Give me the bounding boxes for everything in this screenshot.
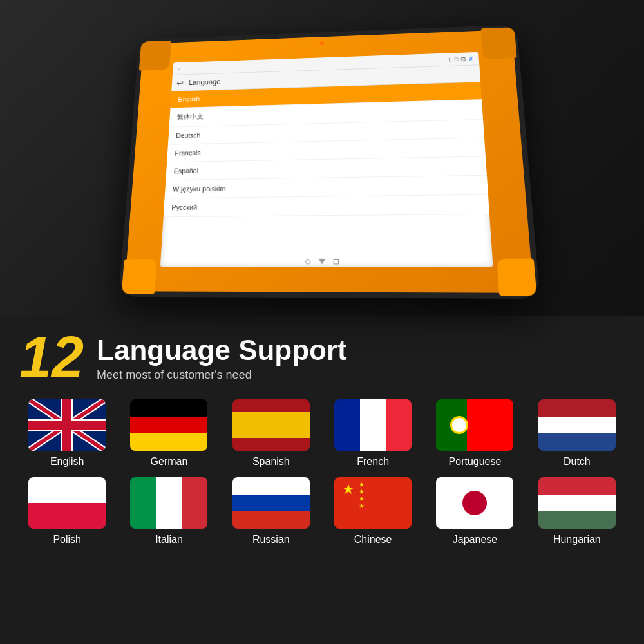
label-portuguese: Portuguese <box>449 456 502 468</box>
spanish-stripe-red2 <box>232 438 310 451</box>
icon-save: ⊡ <box>460 56 466 62</box>
italian-stripe-green <box>130 477 156 529</box>
china-small-stars: ★★★★ <box>359 481 365 509</box>
section-subtitle: Meet most of customer's need <box>97 368 347 382</box>
hungarian-stripe-white <box>538 495 616 512</box>
flag-english <box>28 399 106 451</box>
dutch-stripe-blue <box>538 433 616 451</box>
lang-item-russian[interactable]: Русский <box>164 195 489 218</box>
italian-stripe-red <box>182 477 207 529</box>
polish-stripe-white <box>28 477 106 503</box>
lang-cell-dutch: Dutch <box>529 399 625 468</box>
flag-hungarian <box>538 477 616 529</box>
top-section: ○ L □ ⊡ ✗ ↩ Language English 繁体中文 <box>0 0 644 316</box>
bumper-tl <box>139 41 171 71</box>
bumper-bl <box>122 259 157 294</box>
flag-italian <box>130 477 207 529</box>
label-hungarian: Hungarian <box>553 534 601 545</box>
language-grid: English German Spanish <box>19 399 625 545</box>
lang-cell-french: French <box>325 399 421 468</box>
bumper-tr <box>481 27 517 59</box>
hungarian-stripe-green <box>538 511 616 529</box>
language-count: 12 <box>19 328 84 386</box>
spanish-stripe-red1 <box>232 399 310 412</box>
label-german: German <box>151 456 188 468</box>
dutch-stripe-red <box>538 399 616 417</box>
polish-stripe-red <box>28 503 106 529</box>
title-block: Language Support Meet most of customer's… <box>97 328 347 382</box>
french-stripe-white <box>360 399 386 451</box>
back-arrow-icon[interactable]: ↩ <box>176 78 184 88</box>
label-polish: Polish <box>53 534 81 545</box>
german-stripe-black <box>130 399 207 417</box>
flag-polish <box>28 477 106 529</box>
label-chinese: Chinese <box>354 534 392 545</box>
bottom-section: 12 Language Support Meet most of custome… <box>0 316 644 644</box>
label-spanish: Spanish <box>252 456 290 468</box>
app-bar-title: Language <box>189 78 221 87</box>
lang-cell-polish: Polish <box>19 477 115 545</box>
label-russian: Russian <box>252 534 290 545</box>
lang-cell-english: English <box>19 399 115 468</box>
flag-chinese: ★ ★★★★ <box>334 477 412 529</box>
nav-recent-icon[interactable] <box>334 258 339 264</box>
uk-flag-svg <box>28 399 106 451</box>
french-stripe-red <box>386 399 412 451</box>
lang-cell-japanese: Japanese <box>427 477 522 545</box>
icon-bt: ✗ <box>468 56 474 62</box>
camera-dot <box>320 41 324 45</box>
portuguese-right <box>467 399 513 451</box>
tablet-body: ○ L □ ⊡ ✗ ↩ Language English 繁体中文 <box>124 30 534 293</box>
hungarian-stripe-red <box>538 477 616 495</box>
nav-home-icon[interactable] <box>319 259 325 265</box>
flag-dutch <box>538 399 616 451</box>
tablet: ○ L □ ⊡ ✗ ↩ Language English 繁体中文 <box>118 24 540 299</box>
label-french: French <box>357 456 389 468</box>
nav-back-icon[interactable] <box>305 259 310 264</box>
german-stripe-yellow <box>130 433 207 451</box>
label-dutch: Dutch <box>564 456 591 468</box>
flag-russian <box>232 477 310 529</box>
status-left: ○ <box>178 66 182 71</box>
flag-french <box>334 399 412 451</box>
label-italian: Italian <box>155 534 183 545</box>
portuguese-emblem <box>450 416 468 434</box>
dutch-stripe-white <box>538 417 616 434</box>
japan-circle <box>462 491 487 515</box>
italian-stripe-white <box>156 477 182 529</box>
russian-stripe-red <box>232 511 310 529</box>
flag-japanese <box>436 477 513 529</box>
flag-portuguese <box>436 399 513 451</box>
lang-cell-hungarian: Hungarian <box>529 477 625 545</box>
icon-box: □ <box>454 56 458 62</box>
language-list: English 繁体中文 Deutsch Français Español W … <box>164 82 489 218</box>
lang-cell-spanish: Spanish <box>223 399 319 468</box>
nav-bar <box>305 258 339 264</box>
lang-cell-chinese: ★ ★★★★ Chinese <box>325 477 421 545</box>
lang-cell-portuguese: Portuguese <box>427 399 522 468</box>
flag-spanish <box>232 399 310 451</box>
french-stripe-blue <box>334 399 360 451</box>
label-japanese: Japanese <box>453 534 497 545</box>
lang-cell-russian: Russian <box>223 477 319 545</box>
header-row: 12 Language Support Meet most of custome… <box>19 328 625 386</box>
german-stripe-red <box>130 417 207 434</box>
label-english: English <box>50 456 84 468</box>
china-big-star: ★ <box>342 482 355 497</box>
spanish-stripe-yellow <box>232 412 310 438</box>
russian-stripe-white <box>232 477 310 495</box>
lang-cell-italian: Italian <box>121 477 216 545</box>
lang-cell-german: German <box>121 399 216 468</box>
russian-stripe-blue <box>232 495 310 512</box>
tablet-screen: ○ L □ ⊡ ✗ ↩ Language English 繁体中文 <box>160 52 493 267</box>
bumper-br <box>497 258 536 296</box>
section-title: Language Support <box>97 335 347 366</box>
status-icons: L □ ⊡ ✗ <box>448 56 473 63</box>
flag-german <box>130 399 207 451</box>
svg-rect-8 <box>62 399 71 451</box>
icon-l: L <box>448 57 452 62</box>
